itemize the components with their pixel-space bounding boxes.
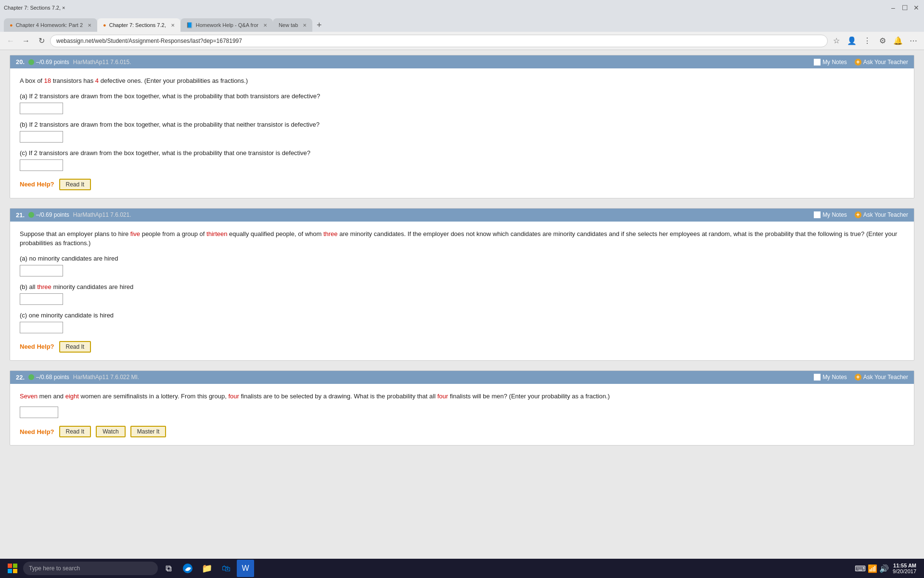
question-21-text: Suppose that an employer plans to hire f… [20,229,904,248]
question-22-points: –/0.68 points [36,374,69,381]
green-dot-icon [28,212,34,218]
question-20a: (a) If 2 transistors are drawn from the … [20,92,904,114]
question-20c-input[interactable] [20,159,63,171]
question-21-points: –/0.69 points [36,211,69,218]
new-tab-button[interactable]: + [312,18,326,32]
highlight-three: three [323,230,338,237]
notes-icon [814,374,821,381]
tab-close-icon[interactable]: ✕ [171,23,175,28]
question-20-read-it-button[interactable]: Read It [59,179,91,190]
question-20-my-notes-button[interactable]: My Notes [814,59,847,66]
highlight-four2: four [437,393,448,400]
tab-new-tab[interactable]: New tab ✕ [273,18,312,32]
question-21c: (c) one minority candidate is hired [20,312,904,333]
question-22-ask-teacher-label: Ask Your Teacher [863,374,908,381]
question-22-my-notes-button[interactable]: My Notes [814,374,847,381]
notifications-icon[interactable]: 🔔 [891,34,905,48]
question-20-body: A box of 18 transistors has 4 defective … [10,68,914,198]
word-icon[interactable]: W [237,560,254,577]
question-22-source: HarMathAp11 7.6.022 MI. [73,374,139,381]
taskbar: ⧉ 📁 🛍 W ⌨ 📶 🔊 11:55 AM 9/20/2017 [0,559,924,578]
task-view-icon[interactable]: ⧉ [160,560,177,577]
system-clock[interactable]: 11:55 AM 9/20/2017 [893,563,916,574]
wifi-icon[interactable]: 📶 [868,564,877,573]
plus-circle-icon: + [855,59,861,66]
question-21-header: 21. –/0.69 points HarMathAp11 7.6.021. M… [10,209,914,222]
question-21-block: 21. –/0.69 points HarMathAp11 7.6.021. M… [10,208,914,361]
question-21c-text: (c) one minority candidate is hired [20,312,904,319]
question-21a-input[interactable] [20,265,63,276]
settings-icon[interactable]: ⚙ [876,34,889,48]
file-explorer-icon[interactable]: 📁 [198,560,216,577]
question-21-ask-teacher-button[interactable]: + Ask Your Teacher [855,211,908,218]
volume-icon[interactable]: 🔊 [879,564,889,573]
tab-close-icon[interactable]: ✕ [263,23,267,28]
question-21-source: HarMathAp11 7.6.021. [73,211,131,218]
question-20c-text: (c) If 2 transistors are drawn from the … [20,149,904,157]
store-icon[interactable]: 🛍 [218,560,235,577]
tab-label: Homework Help - Q&A fror [196,22,258,28]
question-22-text: Seven men and eight women are semifinali… [20,392,904,401]
page-content: 20. –/0.69 points HarMathAp11 7.6.015. M… [0,50,924,563]
question-22-number: 22. [16,374,25,381]
tab-icon: ● [103,22,106,28]
back-button[interactable]: ← [4,34,17,48]
keyboard-icon[interactable]: ⌨ [855,564,866,573]
question-21-body: Suppose that an employer plans to hire f… [10,222,914,360]
refresh-button[interactable]: ↻ [35,34,48,48]
question-22-read-it-button[interactable]: Read It [59,426,91,437]
taskbar-search-input[interactable] [23,562,158,575]
plus-circle-icon: + [855,211,861,218]
tab-label: Chapter 7: Sections 7.2, [109,22,166,28]
question-22-block: 22. –/0.68 points HarMathAp11 7.6.022 MI… [10,370,914,446]
question-20a-input[interactable] [20,103,63,114]
taskbar-tray: ⌨ 📶 🔊 11:55 AM 9/20/2017 [855,563,920,574]
question-21a: (a) no minority candidates are hired [20,255,904,276]
question-22-ask-teacher-button[interactable]: + Ask Your Teacher [855,374,908,381]
forward-button[interactable]: → [19,34,33,48]
question-21c-input[interactable] [20,322,63,333]
user-icon[interactable]: 👤 [845,34,859,48]
question-20a-text: (a) If 2 transistors are drawn from the … [20,92,904,100]
highlight-eight: eight [65,393,79,400]
question-22-my-notes-label: My Notes [822,374,847,381]
question-20c: (c) If 2 transistors are drawn from the … [20,149,904,171]
green-dot-icon [28,374,34,380]
address-bar[interactable] [50,35,828,47]
tab-chapter4[interactable]: ● Chapter 4 Homework: Part 2 ✕ [4,18,97,32]
question-21b-input[interactable] [20,293,63,305]
question-21-read-it-button[interactable]: Read It [59,341,91,353]
close-button[interactable]: ✕ [912,4,920,12]
question-20-ask-teacher-button[interactable]: + Ask Your Teacher [855,59,908,66]
svg-rect-1 [13,564,17,568]
start-button[interactable] [4,560,21,577]
svg-rect-0 [8,564,12,568]
question-20b-text: (b) If 2 transistors are drawn from the … [20,121,904,128]
question-22-header: 22. –/0.68 points HarMathAp11 7.6.022 MI… [10,371,914,384]
question-21-my-notes-button[interactable]: My Notes [814,211,847,218]
question-20-points: –/0.69 points [36,59,69,66]
question-20b-input[interactable] [20,131,63,143]
tab-close-icon[interactable]: ✕ [88,23,91,28]
tab-close-icon[interactable]: ✕ [303,23,307,28]
extensions-icon[interactable]: ⋮ [860,34,874,48]
question-22-master-it-button[interactable]: Master It [130,426,167,437]
question-21a-text: (a) no minority candidates are hired [20,255,904,262]
restore-button[interactable]: ☐ [901,4,909,12]
highlight-4: 4 [95,77,99,84]
tab-homework-help[interactable]: 📘 Homework Help - Q&A fror ✕ [180,18,273,32]
edge-icon[interactable] [179,560,196,577]
svg-rect-3 [13,569,17,573]
question-20-text: A box of 18 transistors has 4 defective … [20,76,904,86]
question-22-input[interactable] [20,407,58,418]
tab-chapter7[interactable]: ● Chapter 7: Sections 7.2, ✕ [97,18,180,32]
highlight-three-inline: three [37,283,51,290]
more-icon[interactable]: ⋯ [907,34,920,48]
highlight-thirteen: thirteen [206,230,227,237]
bookmark-star-icon[interactable]: ☆ [830,34,843,48]
minimize-button[interactable]: – [889,4,897,12]
tab-label: New tab [279,22,298,28]
highlight-seven: Seven [20,393,38,400]
question-22-watch-button[interactable]: Watch [96,426,126,437]
question-21-ask-teacher-label: Ask Your Teacher [863,211,908,218]
